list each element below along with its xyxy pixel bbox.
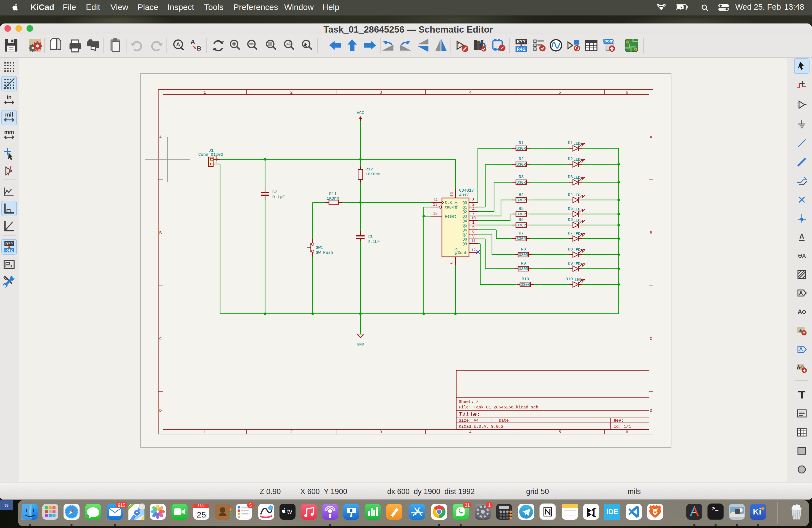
svg-text:KiCad E.D.A. 9.0.2: KiCad E.D.A. 9.0.2: [459, 424, 504, 429]
svg-text:D1: D1: [568, 141, 573, 146]
svg-text:R42: R42: [517, 47, 526, 52]
svg-text:LED: LED: [574, 232, 580, 236]
svg-text:VCC: VCC: [357, 111, 364, 115]
svg-text:File: Task_01_28645256.kicad_s: File: Task_01_28645256.kicad_sch: [459, 405, 538, 410]
svg-text:0.1µF: 0.1µF: [272, 195, 285, 200]
svg-text:Reset: Reset: [445, 214, 456, 219]
svg-text:Q2: Q2: [462, 210, 467, 214]
svg-text:D: D: [159, 408, 162, 413]
svg-text:Q7: Q7: [462, 233, 467, 237]
svg-text:8: 8: [450, 262, 454, 265]
svg-text:mil: mil: [5, 112, 13, 118]
svg-text:12: 12: [471, 248, 476, 252]
svg-text:2: 2: [472, 202, 475, 207]
svg-text:R2: R2: [519, 157, 524, 162]
svg-text:D7: D7: [568, 231, 573, 236]
svg-text:R7: R7: [519, 231, 524, 236]
svg-text:R1: R1: [519, 141, 524, 146]
svg-text:A: A: [798, 308, 802, 315]
svg-text:A: A: [799, 290, 803, 296]
svg-text:16: 16: [450, 192, 454, 197]
svg-text:R10: R10: [521, 277, 529, 282]
svg-text:1: 1: [203, 430, 206, 435]
svg-text:FEB: FEB: [198, 503, 204, 507]
svg-text:330R: 330R: [517, 237, 526, 241]
svg-text:Sheet: /: Sheet: /: [459, 400, 479, 404]
svg-text:330R: 330R: [517, 212, 526, 217]
svg-text:Rev:: Rev:: [614, 419, 624, 423]
svg-text:10: 10: [471, 216, 476, 220]
svg-text:R8: R8: [521, 247, 526, 252]
svg-text:330R: 330R: [519, 267, 528, 271]
svg-text:Id: 1/1: Id: 1/1: [614, 424, 631, 429]
svg-text:6: 6: [472, 230, 475, 234]
svg-text:D8: D8: [568, 247, 573, 252]
svg-text:B: B: [197, 45, 201, 52]
svg-text:LED: LED: [574, 262, 580, 266]
svg-text:LED: LED: [574, 175, 580, 180]
svg-text:Q1: Q1: [462, 205, 467, 210]
svg-text:330R: 330R: [519, 253, 528, 257]
svg-text:D10: D10: [565, 277, 573, 282]
svg-text:915: 915: [118, 503, 126, 508]
svg-text:Q4: Q4: [462, 219, 467, 223]
svg-text:A: A: [176, 41, 180, 47]
svg-text:Q6: Q6: [462, 228, 467, 233]
svg-text:Q9: Q9: [462, 242, 467, 246]
svg-text:5: 5: [249, 503, 252, 508]
svg-text:1: 1: [488, 503, 491, 508]
svg-text:1KOhm: 1KOhm: [327, 196, 339, 201]
svg-text:A: A: [650, 135, 652, 140]
svg-text:IDE: IDE: [606, 508, 618, 516]
svg-text:D2: D2: [568, 157, 573, 162]
svg-text:Cout: Cout: [458, 251, 467, 255]
svg-text:CKEN: CKEN: [445, 205, 453, 210]
svg-text:LED: LED: [574, 157, 580, 162]
svg-text:A: A: [802, 253, 806, 259]
svg-text:mm: mm: [4, 129, 14, 135]
svg-text:330R: 330R: [517, 146, 526, 151]
svg-text:6: 6: [626, 90, 628, 95]
svg-text:LED: LED: [574, 142, 580, 146]
svg-text:6: 6: [626, 430, 628, 435]
svg-text:GND: GND: [357, 342, 364, 347]
svg-text:LED: LED: [574, 207, 580, 211]
svg-text:A: A: [159, 135, 162, 140]
svg-text:LED: LED: [575, 278, 582, 282]
svg-text:R6: R6: [519, 218, 524, 222]
svg-text:C: C: [159, 337, 162, 341]
svg-text:10KOhm: 10KOhm: [365, 172, 380, 177]
svg-text:13: 13: [433, 202, 438, 207]
svg-text:3: 3: [472, 198, 475, 202]
svg-text:3: 3: [379, 90, 382, 95]
svg-text:Title:: Title:: [459, 411, 480, 418]
svg-text:in: in: [6, 94, 12, 100]
svg-text:R12: R12: [365, 167, 373, 172]
svg-text:4: 4: [472, 207, 475, 211]
svg-text:LED: LED: [574, 218, 580, 223]
svg-text:15: 15: [433, 211, 438, 216]
svg-text:330R: 330R: [517, 180, 526, 185]
svg-text:Q0: Q0: [462, 201, 467, 205]
svg-text:Q8: Q8: [462, 237, 467, 241]
svg-text:D: D: [650, 408, 652, 413]
svg-text:1: 1: [472, 220, 475, 225]
svg-text:Size: A4: Size: A4: [459, 419, 479, 423]
svg-text:R??: R??: [517, 39, 526, 44]
svg-text:A: A: [799, 346, 803, 352]
svg-text:VDD: VDD: [454, 202, 459, 209]
svg-text:R9: R9: [521, 261, 526, 266]
svg-text:330R: 330R: [517, 198, 526, 202]
svg-text:330R: 330R: [517, 162, 526, 167]
svg-text:C2: C2: [272, 190, 277, 195]
svg-text:1: 1: [215, 155, 218, 160]
svg-text:Conn_01x02: Conn_01x02: [198, 152, 223, 157]
svg-text:SW1: SW1: [316, 246, 323, 250]
svg-text:11: 11: [471, 239, 476, 243]
svg-text:R4: R4: [519, 192, 524, 197]
svg-text:3: 3: [379, 430, 382, 435]
svg-text:4017: 4017: [459, 193, 469, 198]
svg-text:2: 2: [290, 90, 292, 95]
svg-text:5: 5: [559, 430, 561, 435]
svg-text:0.1µF: 0.1µF: [367, 239, 380, 244]
